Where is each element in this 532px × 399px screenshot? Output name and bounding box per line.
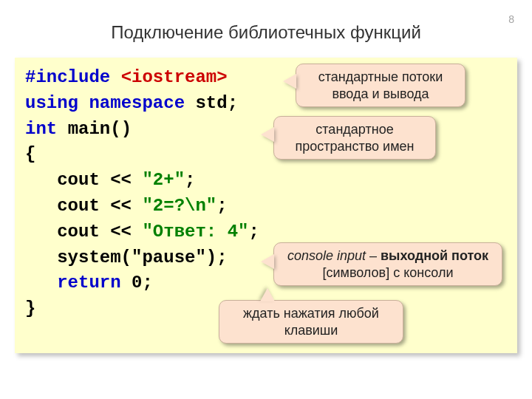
callout-console: console input – выходной поток [символов… <box>273 242 502 286</box>
code-cout2: cout << <box>25 196 142 216</box>
callout-console-t3: выходной поток <box>381 248 488 263</box>
callout-console-t1: console input <box>287 248 366 263</box>
callout-pause: ждать нажатия любой клавиши <box>219 300 403 344</box>
callout-console-tail <box>261 254 274 269</box>
semi3: ; <box>248 222 259 242</box>
kw-include: #include <box>25 67 110 87</box>
code-line-5: cout << "2+"; <box>25 168 507 194</box>
callout-streams: стандартные потоки ввода и вывода <box>296 64 466 107</box>
kw-int: int <box>25 119 57 139</box>
kw-namespace: namespace <box>89 93 185 113</box>
code-line-6: cout << "2=?\n"; <box>25 194 507 219</box>
code-cout3: cout << <box>25 222 142 242</box>
id-main: main() <box>68 119 132 139</box>
slide-title: Подключение библиотечных функций <box>0 22 532 43</box>
code-cout1: cout << <box>25 170 142 190</box>
callout-pause-tail <box>260 288 275 301</box>
str-3: "Ответ: 4" <box>142 222 248 242</box>
callout-console-t4: [символов] с консоли <box>322 265 453 280</box>
id-std: std; <box>195 93 238 113</box>
callout-console-t2: – <box>366 248 381 263</box>
kw-return: return <box>25 273 121 293</box>
kw-using: using <box>25 93 78 113</box>
callout-namespace-tail <box>261 127 274 142</box>
val-0: 0; <box>132 273 153 293</box>
semi1: ; <box>185 170 195 190</box>
str-1: "2+" <box>142 170 185 190</box>
code-line-7: cout << "Ответ: 4"; <box>25 219 507 245</box>
str-2: "2=?\n" <box>142 196 216 216</box>
callout-streams-tail <box>283 74 296 89</box>
header-iostream: <iostream> <box>121 67 228 87</box>
callout-namespace: стандартное пространство имен <box>273 116 436 160</box>
semi2: ; <box>216 196 227 216</box>
